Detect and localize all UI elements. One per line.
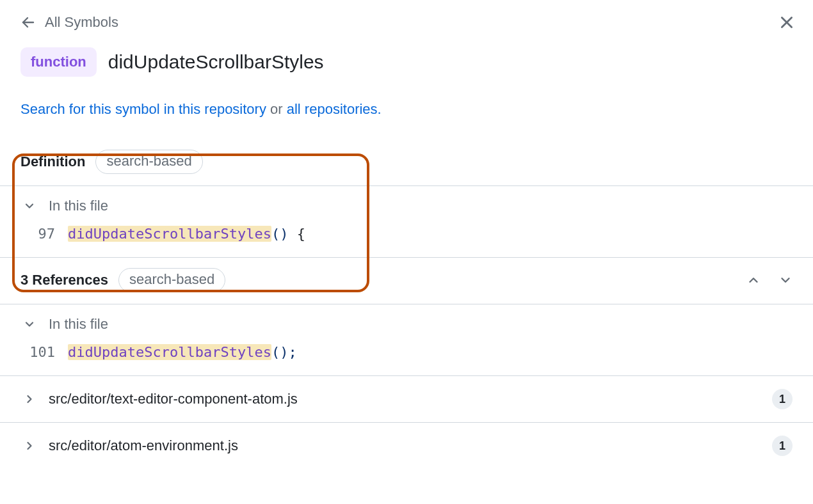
search-all-repos-link[interactable]: all repositories. bbox=[287, 101, 382, 117]
definition-badge: search-based bbox=[95, 150, 202, 174]
reference-code-line[interactable]: 101 didUpdateScrollbarStyles(); bbox=[0, 344, 813, 375]
search-this-repo-link[interactable]: Search for this symbol in this repositor… bbox=[20, 101, 266, 117]
arrow-left-icon bbox=[20, 15, 36, 30]
back-label: All Symbols bbox=[45, 14, 118, 31]
definition-code-line[interactable]: 97 didUpdateScrollbarStyles() { bbox=[0, 226, 813, 257]
reference-code-text: didUpdateScrollbarStyles(); bbox=[68, 344, 297, 360]
references-group-label: In this file bbox=[49, 316, 108, 333]
reference-file-row[interactable]: src/editor/text-editor-component-atom.js… bbox=[0, 375, 813, 422]
chevron-down-icon bbox=[23, 200, 36, 212]
chevron-right-icon bbox=[23, 393, 36, 406]
symbol-name: didUpdateScrollbarStyles bbox=[108, 51, 324, 73]
close-button[interactable] bbox=[778, 14, 795, 31]
references-next-button[interactable] bbox=[778, 273, 793, 287]
search-line: Search for this symbol in this repositor… bbox=[0, 81, 813, 139]
definition-code-text: didUpdateScrollbarStyles() { bbox=[68, 226, 305, 242]
references-prev-button[interactable] bbox=[746, 273, 761, 287]
definition-title: Definition bbox=[20, 154, 85, 170]
symbol-kind-badge: function bbox=[20, 47, 97, 77]
reference-file-path: src/editor/atom-environment.js bbox=[49, 437, 238, 454]
reference-file-row[interactable]: src/editor/atom-environment.js 1 bbox=[0, 422, 813, 469]
definition-group-label: In this file bbox=[49, 198, 108, 214]
references-title: 3 References bbox=[20, 272, 108, 288]
references-group-toggle[interactable]: In this file bbox=[0, 304, 813, 344]
reference-file-path: src/editor/text-editor-component-atom.js bbox=[49, 391, 298, 407]
reference-count-badge: 1 bbox=[772, 436, 793, 456]
references-badge: search-based bbox=[118, 268, 225, 292]
reference-line-number: 101 bbox=[27, 344, 55, 360]
back-to-all-symbols[interactable]: All Symbols bbox=[20, 14, 118, 31]
reference-count-badge: 1 bbox=[772, 389, 793, 409]
or-text: or bbox=[266, 101, 287, 117]
definition-group-toggle[interactable]: In this file bbox=[0, 186, 813, 226]
definition-line-number: 97 bbox=[27, 226, 55, 242]
references-section-header: 3 References search-based bbox=[0, 257, 813, 304]
definition-section-header: Definition search-based bbox=[0, 139, 813, 186]
chevron-down-icon bbox=[23, 318, 36, 331]
chevron-right-icon bbox=[23, 439, 36, 452]
